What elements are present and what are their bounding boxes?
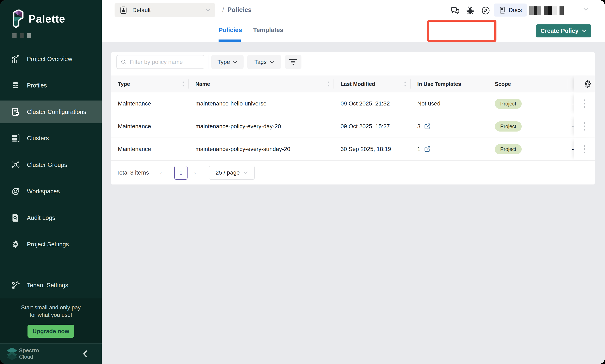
tab-policies[interactable]: Policies <box>219 26 242 34</box>
more-filters-button[interactable] <box>285 55 301 69</box>
breadcrumb-current[interactable]: Policies <box>227 6 252 14</box>
page-size-selector[interactable]: 25 / page <box>209 166 255 180</box>
redaction-block <box>27 33 31 38</box>
redaction-block <box>548 6 552 15</box>
project-selector-dropdown[interactable]: Default <box>115 3 215 17</box>
upsell-text-line2: for what you use! <box>0 311 102 319</box>
scope-badge: Project <box>495 99 522 109</box>
upgrade-now-button[interactable]: Upgrade now <box>27 325 74 338</box>
cell-type: Maintenance <box>111 115 189 138</box>
tab-templates[interactable]: Templates <box>253 26 283 34</box>
table-settings-button[interactable] <box>581 77 594 91</box>
cell-policy-name[interactable]: maintenance-hello-universe <box>189 92 334 115</box>
pagination-next-button[interactable]: › <box>194 169 196 176</box>
top-header: Default / Policies Docs Policies Templat… <box>102 0 605 42</box>
sidebar-item-project-overview[interactable]: Project Overview <box>0 48 102 70</box>
cell-scope: Project <box>488 115 567 138</box>
doc-search-icon <box>11 213 20 222</box>
type-filter-dropdown[interactable]: Type <box>211 55 244 69</box>
column-header-truncated <box>567 76 574 92</box>
spectro-cloud-brand: Spectro Cloud <box>19 347 39 360</box>
sidebar-item-cluster-configurations[interactable]: Cluster Configurations <box>0 101 102 123</box>
scope-badge: Project <box>495 121 522 131</box>
row-actions-menu-button[interactable] <box>581 143 588 156</box>
sidebar-redacted-text <box>13 33 31 38</box>
table-row[interactable]: Maintenance maintenance-hello-universe 0… <box>111 92 595 115</box>
column-header-last-modified[interactable]: Last Modified <box>334 76 411 92</box>
sort-icon[interactable] <box>182 81 185 87</box>
cell-actions <box>574 92 595 115</box>
chevron-down-icon <box>243 171 248 174</box>
redaction-block <box>537 6 541 15</box>
sort-icon[interactable] <box>404 81 407 87</box>
sidebar-item-clusters[interactable]: Clusters <box>0 127 102 150</box>
sidebar-item-tenant-settings[interactable]: Tenant Settings <box>0 274 102 297</box>
chevron-down-icon <box>233 61 237 64</box>
docs-button[interactable]: Docs <box>494 3 527 16</box>
redaction-block <box>529 6 534 15</box>
redaction-block <box>560 6 564 15</box>
chevron-down-icon <box>583 7 589 11</box>
redaction-block <box>544 6 548 15</box>
column-header-name[interactable]: Name <box>189 76 334 92</box>
external-link-icon[interactable] <box>424 146 431 153</box>
sidebar: Palette Project Overview Profiles Cluste… <box>0 0 102 364</box>
search-input[interactable] <box>130 59 200 65</box>
compass-icon <box>481 6 490 15</box>
servers-icon <box>11 133 20 143</box>
table-row[interactable]: Maintenance maintenance-policy-every-day… <box>111 115 595 138</box>
explore-button[interactable] <box>480 5 491 16</box>
pagination-prev-button[interactable]: ‹ <box>160 169 162 176</box>
sort-icon[interactable] <box>327 81 330 87</box>
three-dots-icon <box>583 122 586 131</box>
policies-card: Type Tags Type Name Last Modified <box>111 52 595 184</box>
table-header-row: Type Name Last Modified In Use Templates… <box>111 76 595 92</box>
sidebar-item-cluster-groups[interactable]: Cluster Groups <box>0 154 102 176</box>
tools-icon <box>11 280 20 290</box>
row-actions-menu-button[interactable] <box>581 97 588 110</box>
sidebar-collapse-button[interactable] <box>82 349 91 359</box>
user-menu-chevron[interactable] <box>583 7 589 11</box>
table-body: Maintenance maintenance-hello-universe 0… <box>111 92 595 161</box>
doc-check-icon <box>11 107 20 117</box>
cell-in-use-templates: 1 <box>411 138 488 160</box>
cell-in-use-templates: 3 <box>411 115 488 138</box>
feedback-button[interactable] <box>450 5 460 16</box>
redaction-block <box>552 6 557 15</box>
chevron-down-icon <box>582 29 587 32</box>
gear-solid-icon <box>11 239 20 249</box>
sidebar-item-project-settings[interactable]: Project Settings <box>0 233 102 256</box>
report-bug-button[interactable] <box>465 5 475 16</box>
sidebar-item-workspaces[interactable]: Workspaces <box>0 180 102 203</box>
search-icon <box>121 59 127 65</box>
cell-type: Maintenance <box>111 138 189 160</box>
bug-icon <box>466 6 475 15</box>
docs-label: Docs <box>509 7 522 13</box>
cell-policy-name[interactable]: maintenance-policy-every-day-20 <box>189 115 334 138</box>
orbit-icon <box>11 187 20 196</box>
redaction-block <box>13 33 16 38</box>
scope-badge: Project <box>495 144 522 154</box>
pagination-total: Total 3 items <box>116 169 149 176</box>
external-link-icon[interactable] <box>424 123 431 130</box>
palette-logo-icon <box>13 10 24 28</box>
column-settings-header <box>574 76 595 92</box>
create-policy-button[interactable]: Create Policy <box>536 24 591 38</box>
nodes-icon <box>11 160 20 169</box>
column-header-in-use-templates: In Use Templates <box>411 76 488 92</box>
cell-policy-name[interactable]: maintenance-policy-every-sunday-20 <box>189 138 334 160</box>
column-header-type[interactable]: Type <box>111 76 189 92</box>
sidebar-item-profiles[interactable]: Profiles <box>0 74 102 97</box>
gear-icon <box>583 79 592 89</box>
sidebar-item-audit-logs[interactable]: Audit Logs <box>0 206 102 229</box>
tags-filter-dropdown[interactable]: Tags <box>247 55 281 69</box>
policy-search-field[interactable] <box>116 55 204 69</box>
pagination-page-1[interactable]: 1 <box>174 166 188 180</box>
cell-scope: Project <box>488 138 567 160</box>
column-header-scope: Scope <box>488 76 567 92</box>
spectro-cloud-logo-icon <box>6 347 18 360</box>
book-icon <box>499 6 506 14</box>
active-tab-indicator <box>219 39 241 42</box>
table-row[interactable]: Maintenance maintenance-policy-every-sun… <box>111 138 595 161</box>
row-actions-menu-button[interactable] <box>581 120 588 133</box>
